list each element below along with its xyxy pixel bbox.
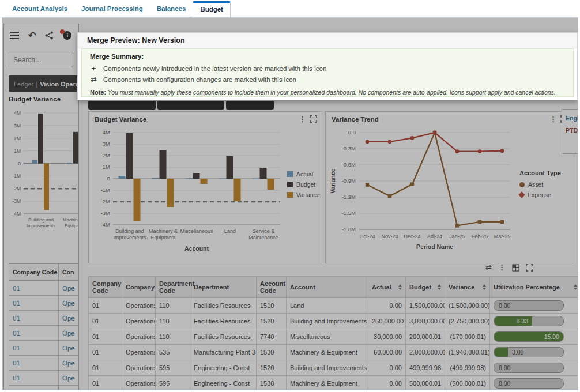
- table-cell-link[interactable]: Ope: [59, 386, 80, 391]
- ledger-value: Vision Operatio: [40, 81, 79, 88]
- expand-icon[interactable]: [310, 115, 317, 123]
- table-cell-link[interactable]: Ope: [59, 356, 80, 371]
- table-row[interactable]: 01Ope: [9, 386, 80, 391]
- sidebar-budget-variance-chart: 4M3M2M1M0-1M-2M-3M-4MBuilding andImprove…: [5, 108, 78, 255]
- merge-preview-header: Merge Preview: New Version: [78, 33, 577, 48]
- svg-text:2M: 2M: [103, 152, 110, 159]
- table-cell: 01: [89, 314, 122, 329]
- kebab-menu-icon[interactable]: ⋮: [295, 115, 310, 123]
- table-row[interactable]: 01Ope: [9, 281, 80, 296]
- table-row[interactable]: 01Ope: [9, 341, 80, 356]
- kpi-pill-1[interactable]: [88, 101, 156, 110]
- sort-icon[interactable]: [574, 284, 577, 290]
- note-label: Note:: [90, 89, 106, 96]
- variance-trend-card: Variance Trend ⋮ 0.0-0.3M-0.6M-0.9M-1.2M…: [325, 111, 573, 263]
- column-header-actual[interactable]: Actual: [368, 277, 406, 298]
- compare-icon[interactable]: ⇄: [485, 263, 492, 272]
- sort-icon[interactable]: [483, 284, 486, 290]
- search-input[interactable]: [9, 52, 73, 67]
- table-cell-link[interactable]: 01: [9, 356, 59, 371]
- utilization-value: 3.00: [512, 348, 523, 357]
- kebab-menu-icon[interactable]: ⋮: [498, 263, 506, 272]
- table-row[interactable]: 01Ope: [9, 326, 80, 341]
- table-cell: Machinery & Equipment: [287, 345, 368, 360]
- sidebar-chart-title: Budget Variance: [9, 96, 61, 103]
- table-cell-link[interactable]: Ope: [59, 311, 80, 326]
- kpi-pill-3[interactable]: [226, 101, 274, 110]
- table-cell-link[interactable]: Ope: [59, 281, 80, 296]
- merge-summary-text: Components with configuration changes ar…: [103, 76, 296, 83]
- undo-icon[interactable]: ↶: [28, 32, 36, 40]
- tab-budget[interactable]: Budget: [193, 1, 231, 17]
- utilization-gauge: 0.00: [494, 300, 564, 311]
- tab-journal-processing[interactable]: Journal Processing: [74, 5, 150, 17]
- legend-swatch-icon: [287, 171, 293, 177]
- peek-link[interactable]: PTD V: [566, 127, 578, 134]
- info-icon[interactable]: i: [63, 31, 71, 40]
- table-cell-link[interactable]: 01: [9, 341, 59, 356]
- top-tab-bar: Account AnalysisJournal ProcessingBalanc…: [0, 0, 580, 17]
- dashboard-page: ↶ i Ledger|Vision Operatio Budget Varian…: [2, 17, 578, 390]
- svg-text:-2M: -2M: [101, 198, 110, 205]
- menu-icon[interactable]: [10, 32, 19, 40]
- column-header-budget[interactable]: Budget: [406, 277, 445, 298]
- column-header-variance[interactable]: Variance: [445, 277, 490, 298]
- tab-balances[interactable]: Balances: [150, 5, 193, 17]
- table-row[interactable]: 01Ope: [9, 296, 80, 311]
- svg-text:3M: 3M: [14, 123, 21, 129]
- kebab-menu-icon[interactable]: ⋮: [546, 115, 560, 123]
- column-header-department-code: Department Code: [156, 277, 190, 298]
- table-cell: Engineering - Const: [190, 360, 257, 376]
- svg-text:-1.2M: -1.2M: [342, 194, 356, 200]
- utilization-gauge: 8.33: [494, 316, 564, 326]
- sort-icon[interactable]: [438, 284, 441, 290]
- table-toolbar: ⇄ ⋮: [485, 263, 533, 272]
- table-cell: 1520: [257, 314, 287, 329]
- table-cell: 01: [89, 329, 122, 345]
- table-row[interactable]: 01Ope: [9, 311, 80, 326]
- table-cell-link[interactable]: Ope: [59, 371, 80, 386]
- table-row[interactable]: 01Operations110Facilities Resources1510L…: [89, 298, 579, 314]
- table-cell-link[interactable]: Ope: [59, 296, 80, 311]
- ledger-context-pill[interactable]: Ledger|Vision Operatio: [9, 75, 79, 92]
- table-row[interactable]: 01Operations595Engineering - Const1530Ma…: [89, 376, 579, 391]
- table-row[interactable]: 01Operations110Facilities Resources1520B…: [89, 314, 579, 329]
- table-cell-link[interactable]: 01: [9, 326, 59, 341]
- table-cell: 01: [89, 298, 122, 314]
- svg-text:Dec-24: Dec-24: [404, 233, 420, 239]
- share-icon[interactable]: [45, 31, 54, 40]
- column-header-utilization-percentage[interactable]: Utilization Percentage: [490, 277, 579, 298]
- table-cell-link[interactable]: Ope: [59, 326, 80, 341]
- table-cell: (499,999.98): [445, 360, 490, 376]
- merge-summary-box: Merge Summary: +Components newly introdu…: [81, 48, 574, 97]
- merge-preview-panel: Merge Preview: New Version Merge Summary…: [77, 32, 578, 100]
- table-view-icon[interactable]: [512, 264, 519, 272]
- sort-icon[interactable]: [398, 284, 402, 290]
- table-cell-link[interactable]: Ope: [59, 341, 80, 356]
- table-cell: 595: [156, 376, 190, 391]
- table-cell-link[interactable]: 01: [9, 386, 59, 391]
- kpi-pill-2[interactable]: [157, 101, 224, 110]
- table-cell-link[interactable]: 01: [9, 311, 59, 326]
- table-cell: (1,940,000.01): [445, 345, 490, 360]
- plus-icon: +: [90, 64, 97, 73]
- expand-icon[interactable]: [526, 264, 533, 272]
- tab-account-analysis[interactable]: Account Analysis: [5, 5, 74, 17]
- table-cell-link[interactable]: 01: [9, 371, 59, 386]
- table-row[interactable]: 01Operations595Engineering - Const1520Bu…: [89, 360, 579, 376]
- table-cell: 0.00: [368, 298, 406, 314]
- table-cell: Miscellaneous: [287, 329, 368, 345]
- utilization-gauge: 15.00: [494, 331, 564, 342]
- legend-marker-icon: [519, 182, 525, 187]
- svg-text:Machinery &: Machinery &: [149, 228, 178, 234]
- legend-swatch-icon: [287, 182, 293, 187]
- table-cell-link[interactable]: 01: [9, 296, 59, 311]
- table-row[interactable]: 01Operations535Manufacturing Plant 31530…: [89, 345, 579, 360]
- peek-link[interactable]: Engin: [566, 115, 578, 122]
- table-cell: Facilities Resources: [190, 329, 257, 345]
- svg-text:Machinery &: Machinery &: [63, 217, 78, 223]
- table-cell-link[interactable]: 01: [9, 281, 59, 296]
- table-row[interactable]: 01Ope: [9, 371, 80, 386]
- table-row[interactable]: 01Ope: [9, 356, 80, 371]
- table-row[interactable]: 01Operations110Facilities Resources7740M…: [89, 329, 579, 345]
